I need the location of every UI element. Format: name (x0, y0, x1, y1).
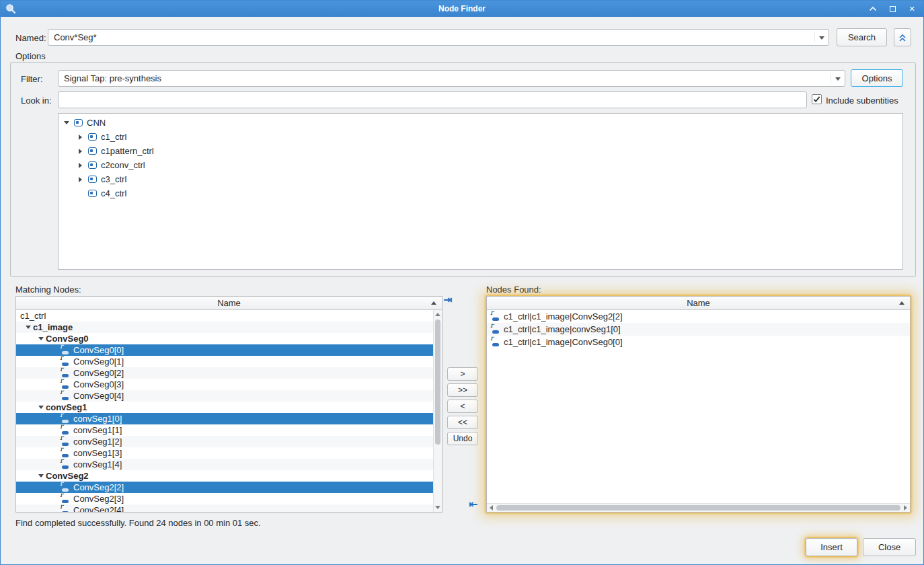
matching-node-label: c1_ctrl (20, 311, 46, 321)
register-pill (62, 397, 69, 400)
expand-arrow-icon[interactable] (75, 132, 85, 142)
named-value: Conv*Seg* (54, 32, 97, 42)
register-letter: r (60, 435, 63, 441)
register-letter: r (60, 366, 63, 373)
register-node-icon: r (490, 312, 500, 321)
close-window-button[interactable]: ✕ (907, 4, 917, 13)
sort-ascending-icon (431, 301, 436, 305)
register-pill (492, 330, 499, 334)
insert-button[interactable]: Insert (806, 538, 857, 556)
found-node-label: c1_ctrl|c1_image|ConvSeg2[2] (504, 311, 623, 322)
tree-item[interactable]: c1pattern_ctrl (59, 144, 902, 158)
register-letter: r (60, 343, 63, 350)
matching-node-row[interactable]: ConvSeg0 (16, 333, 433, 344)
found-node-label: c1_ctrl|c1_image|convSeg1[0] (504, 324, 621, 334)
register-node-icon: r (490, 338, 500, 346)
matching-node-label: ConvSeg0 (46, 334, 89, 344)
collapse-arrow-icon[interactable] (36, 402, 46, 412)
scrollbar-handle[interactable] (435, 319, 440, 445)
matching-node-label: c1_image (33, 322, 73, 332)
entity-icon (88, 147, 97, 155)
move-all-left-button[interactable]: << (447, 416, 478, 429)
maximize-icon (890, 6, 896, 12)
collapse-arrow-icon[interactable] (23, 322, 33, 332)
tree-item[interactable]: c3_ctrl (59, 172, 902, 186)
matching-node-row[interactable]: rConvSeg0[1] (16, 356, 433, 367)
matching-node-row[interactable]: rConvSeg2[2] (16, 482, 433, 493)
matching-node-row[interactable]: c1_ctrl (16, 310, 433, 322)
matching-node-row[interactable]: rconvSeg1[2] (16, 436, 433, 447)
move-all-right-bar-icon[interactable]: ⇥ (443, 295, 452, 305)
register-letter: r (60, 354, 63, 361)
matching-name-column-header[interactable]: Name (16, 297, 442, 310)
tree-item[interactable]: c2conv_ctrl (59, 158, 902, 172)
chevron-up-icon (869, 6, 877, 11)
undo-button[interactable]: Undo (447, 432, 478, 445)
matching-node-row[interactable]: rConvSeg2[4] (16, 504, 433, 512)
tree-item[interactable]: c4_ctrl (59, 186, 902, 200)
filter-combobox[interactable]: Signal Tap: pre-synthesis (58, 70, 845, 87)
tree-item[interactable]: c1_ctrl (59, 130, 902, 144)
look-in-label: Look in: (21, 96, 52, 106)
scroll-right-icon[interactable] (904, 505, 907, 511)
register-node-icon: r (59, 506, 70, 512)
matching-node-row[interactable]: ConvSeg2 (16, 470, 433, 482)
chevron-down-icon[interactable] (819, 36, 824, 40)
tree-item-label: c4_ctrl (101, 188, 126, 198)
keep-above-button[interactable] (868, 4, 878, 13)
look-in-input[interactable] (58, 91, 807, 108)
collapse-arrow-icon[interactable] (61, 118, 71, 128)
matching-vertical-scrollbar[interactable] (433, 310, 442, 512)
expand-arrow-icon[interactable] (75, 160, 85, 170)
matching-node-row[interactable]: rconvSeg1[3] (16, 447, 433, 459)
matching-node-row[interactable]: rConvSeg2[3] (16, 493, 433, 504)
found-node-row[interactable]: rc1_ctrl|c1_image|ConvSeg2[2] (487, 310, 910, 323)
matching-node-row[interactable]: rconvSeg1[1] (16, 424, 433, 436)
filter-options-button[interactable]: Options (851, 69, 903, 87)
matching-node-row[interactable]: convSeg1 (16, 402, 433, 413)
entity-icon (88, 190, 97, 197)
register-letter: r (60, 412, 63, 418)
matching-node-label: ConvSeg2[2] (73, 482, 124, 492)
move-all-left-bar-icon[interactable]: ⇤ (469, 499, 477, 510)
named-combobox[interactable]: Conv*Seg* (48, 29, 829, 46)
found-node-row[interactable]: rc1_ctrl|c1_image|ConvSeg0[0] (487, 336, 910, 348)
scroll-up-icon[interactable] (435, 313, 440, 316)
scroll-down-icon[interactable] (435, 506, 440, 509)
chevron-down-icon[interactable] (835, 77, 841, 81)
matching-node-row[interactable]: rconvSeg1[4] (16, 459, 433, 470)
arrow-spacer (75, 188, 85, 198)
matching-node-row[interactable]: rConvSeg0[2] (16, 367, 433, 379)
tree-item-label: c3_ctrl (101, 174, 126, 184)
move-all-right-button[interactable]: >> (447, 383, 478, 397)
matching-nodes-label: Matching Nodes: (15, 285, 81, 295)
hierarchy-tree[interactable]: CNNc1_ctrlc1pattern_ctrlc2conv_ctrlc3_ct… (58, 113, 903, 270)
search-button[interactable]: Search (837, 28, 887, 46)
scrollbar-handle[interactable] (496, 505, 900, 511)
matching-node-row[interactable]: c1_image (16, 322, 433, 333)
close-button[interactable]: Close (863, 538, 916, 556)
matching-node-row[interactable]: rconvSeg1[0] (16, 413, 433, 424)
move-right-button[interactable]: > (447, 367, 478, 381)
found-node-row[interactable]: rc1_ctrl|c1_image|convSeg1[0] (487, 323, 910, 336)
include-subentities-checkbox[interactable] (812, 94, 822, 104)
nodes-found-rows: rc1_ctrl|c1_image|ConvSeg2[2]rc1_ctrl|c1… (487, 310, 910, 503)
matching-node-row[interactable]: rConvSeg0[0] (16, 344, 433, 356)
found-horizontal-scrollbar[interactable] (487, 503, 910, 512)
maximize-button[interactable] (888, 4, 897, 13)
register-letter: r (60, 492, 63, 498)
nodes-found-table: Name rc1_ctrl|c1_image|ConvSeg2[2]rc1_ct… (486, 296, 911, 513)
collapse-arrow-icon[interactable] (36, 471, 46, 481)
move-left-button[interactable]: < (447, 400, 478, 413)
found-name-column-header[interactable]: Name (487, 297, 910, 310)
expand-arrow-icon[interactable] (75, 174, 85, 184)
matching-node-row[interactable]: rConvSeg0[4] (16, 390, 433, 402)
collapse-options-button[interactable] (894, 28, 911, 46)
matching-node-label: ConvSeg0[3] (73, 379, 124, 389)
matching-node-row[interactable]: rConvSeg0[3] (16, 379, 433, 390)
scroll-left-icon[interactable] (490, 505, 493, 511)
expand-arrow-icon[interactable] (75, 146, 85, 156)
register-letter: r (60, 389, 63, 396)
collapse-arrow-icon[interactable] (36, 334, 46, 344)
tree-item[interactable]: CNN (59, 116, 902, 130)
